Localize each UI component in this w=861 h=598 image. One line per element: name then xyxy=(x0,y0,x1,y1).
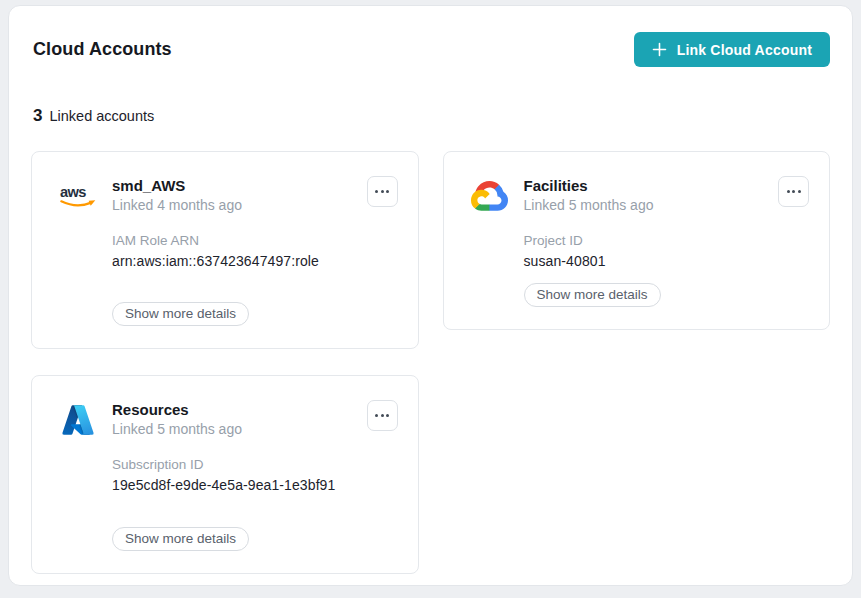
card-header: aws smd_AWS Linked 4 months ago xyxy=(58,176,398,216)
google-cloud-logo-icon xyxy=(470,176,510,216)
card-fields: Subscription ID 19e5cd8f-e9de-4e5a-9ea1-… xyxy=(112,457,398,493)
linked-accounts-count: 3 xyxy=(33,106,42,126)
page-header: Cloud Accounts Link Cloud Account xyxy=(31,32,830,67)
account-card-azure: Resources Linked 5 months ago Subscripti… xyxy=(31,375,419,574)
show-more-details-button[interactable]: Show more details xyxy=(112,302,249,326)
cloud-accounts-panel: Cloud Accounts Link Cloud Account 3 Link… xyxy=(8,5,853,586)
card-header-text: Facilities Linked 5 months ago xyxy=(524,176,654,216)
field-value: susan-40801 xyxy=(524,253,810,269)
linked-accounts-summary: 3 Linked accounts xyxy=(31,106,830,126)
card-fields: IAM Role ARN arn:aws:iam::637423647497:r… xyxy=(112,233,398,269)
account-name: Facilities xyxy=(524,177,654,194)
field-value: arn:aws:iam::637423647497:role xyxy=(112,253,398,269)
ellipsis-icon xyxy=(787,190,801,193)
show-more-details-button[interactable]: Show more details xyxy=(524,283,661,307)
field-label: Subscription ID xyxy=(112,457,398,472)
azure-logo-icon xyxy=(58,400,98,440)
account-linked-time: Linked 5 months ago xyxy=(112,421,242,437)
link-cloud-account-button[interactable]: Link Cloud Account xyxy=(634,32,830,67)
card-header-text: Resources Linked 5 months ago xyxy=(112,400,242,440)
ellipsis-icon xyxy=(375,190,389,193)
account-name: Resources xyxy=(112,401,242,418)
account-linked-time: Linked 4 months ago xyxy=(112,197,242,213)
card-header: Resources Linked 5 months ago xyxy=(58,400,398,440)
account-linked-time: Linked 5 months ago xyxy=(524,197,654,213)
ellipsis-icon xyxy=(375,414,389,417)
card-menu-button[interactable] xyxy=(367,400,398,431)
account-name: smd_AWS xyxy=(112,177,242,194)
field-label: IAM Role ARN xyxy=(112,233,398,248)
card-menu-button[interactable] xyxy=(778,176,809,207)
card-menu-button[interactable] xyxy=(367,176,398,207)
accounts-grid: aws smd_AWS Linked 4 months ago IAM Role… xyxy=(31,151,830,574)
card-fields: Project ID susan-40801 xyxy=(524,233,810,269)
svg-text:aws: aws xyxy=(60,184,86,200)
linked-accounts-label: Linked accounts xyxy=(49,108,154,124)
link-cloud-account-label: Link Cloud Account xyxy=(677,42,812,58)
card-header-text: smd_AWS Linked 4 months ago xyxy=(112,176,242,216)
plus-icon xyxy=(652,42,667,57)
field-label: Project ID xyxy=(524,233,810,248)
field-value: 19e5cd8f-e9de-4e5a-9ea1-1e3bf91 xyxy=(112,477,398,493)
account-card-aws: aws smd_AWS Linked 4 months ago IAM Role… xyxy=(31,151,419,349)
card-header: Facilities Linked 5 months ago xyxy=(470,176,810,216)
show-more-details-button[interactable]: Show more details xyxy=(112,527,249,551)
aws-logo-icon: aws xyxy=(58,176,98,216)
page-title: Cloud Accounts xyxy=(31,39,172,60)
account-card-gcp: Facilities Linked 5 months ago Project I… xyxy=(443,151,831,330)
